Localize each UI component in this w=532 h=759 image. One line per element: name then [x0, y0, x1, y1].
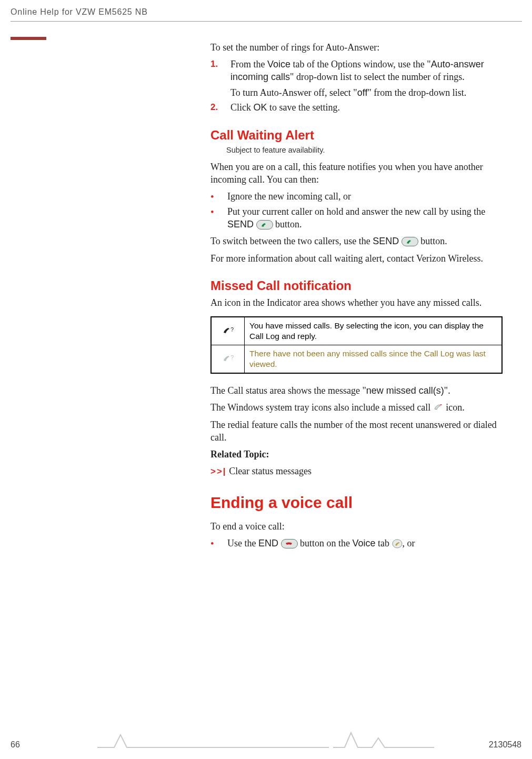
call-waiting-subnote: Subject to feature availability.: [226, 146, 510, 154]
cw-para-2: To switch between the two callers, use t…: [210, 235, 510, 247]
voice-label: Voice: [267, 59, 290, 69]
missed-call-dark-icon: ?: [216, 326, 239, 336]
new-missed-label: new missed call(s): [366, 385, 444, 396]
header-rule: [11, 21, 522, 22]
cw-p2b: button.: [418, 236, 447, 246]
left-accent-bar: [11, 37, 46, 40]
mc-row2-text: There have not been any missed calls sin…: [245, 345, 503, 374]
cw-para-3: For more information about call waiting …: [210, 252, 510, 265]
off-label: off: [357, 87, 368, 98]
missed-call-heading: Missed Call notification: [210, 278, 510, 293]
end-b1a: Use the: [227, 538, 258, 548]
svg-text:?: ?: [230, 354, 234, 361]
send-button-icon: [401, 237, 418, 246]
mc-p2a: The Call status area shows the message ": [210, 385, 366, 396]
table-row: ? There have not been any missed calls s…: [211, 345, 502, 374]
end-para-1: To end a voice call:: [210, 520, 510, 533]
send-label: SEND: [227, 219, 254, 229]
step-2-text-a: Click: [230, 102, 254, 113]
bullet-icon: •: [210, 205, 227, 231]
related-topic-label: Related Topic:: [210, 448, 510, 461]
mc-row1-text: You have missed calls. By selecting the …: [245, 317, 503, 345]
cw-bullet-1-text: Ignore the new incoming call, or: [227, 190, 351, 203]
end-label: END: [258, 538, 278, 548]
mc-para-2: The Call status area shows the message "…: [210, 384, 510, 397]
step-1-indent-b: " from the drop-down list.: [367, 87, 466, 98]
link-text: Clear status messages: [227, 466, 312, 476]
send-button-icon: [256, 220, 273, 229]
page-number: 66: [11, 740, 20, 750]
step-1-text-c: " drop-down list to select the number of…: [290, 72, 465, 82]
footer-wave-art: [97, 728, 434, 754]
header-title: Online Help for VZW EM5625 NB: [11, 7, 148, 17]
voice-tab-icon: [392, 538, 403, 548]
call-waiting-heading: Call Waiting Alert: [210, 128, 510, 143]
step-2-text-b: to save the setting.: [267, 102, 340, 113]
step-1: 1. From the Voice tab of the Options win…: [210, 58, 510, 99]
missed-call-dim-icon: ?: [216, 354, 239, 364]
link-arrow-icon: >>|: [210, 466, 227, 476]
voice-label-2: Voice: [353, 538, 376, 548]
end-b1d: , or: [403, 538, 415, 548]
table-row: ? You have missed calls. By selecting th…: [211, 317, 502, 345]
mc-p2b: ".: [444, 385, 450, 396]
cw-bullet-2a: Put your current caller on hold and answ…: [227, 206, 485, 217]
step-2: 2. Click OK to save the setting.: [210, 101, 510, 114]
ok-label: OK: [254, 102, 267, 113]
ending-call-heading: Ending a voice call: [210, 494, 510, 512]
cw-bullet-2b: button.: [273, 219, 302, 229]
mc-p3a: The Windows system tray icons also inclu…: [210, 402, 433, 413]
step-1-number: 1.: [210, 58, 230, 99]
end-b1b: button on the: [298, 538, 353, 548]
cw-bullet-2: • Put your current caller on hold and an…: [210, 205, 510, 231]
send-label-2: SEND: [373, 236, 399, 246]
svg-text:?: ?: [230, 326, 234, 333]
mc-p3b: icon.: [444, 402, 465, 413]
end-button-icon: [281, 539, 298, 548]
step-1-text-a: From the: [230, 59, 267, 69]
end-b1c: tab: [376, 538, 392, 548]
mc-para-3: The Windows system tray icons also inclu…: [210, 401, 510, 414]
step-1-text-b: tab of the Options window, use the ": [290, 59, 431, 69]
mc-para-4: The redial feature calls the number of t…: [210, 418, 510, 444]
doc-number: 2130548: [489, 740, 521, 750]
end-bullet-1: • Use the END button on the Voice tab , …: [210, 537, 510, 550]
bullet-icon: •: [210, 537, 227, 550]
bullet-icon: •: [210, 190, 227, 203]
related-link[interactable]: >>| Clear status messages: [210, 465, 510, 478]
cw-bullet-1: •Ignore the new incoming call, or: [210, 190, 510, 203]
cw-para-1: When you are on a call, this feature not…: [210, 161, 510, 186]
cw-p2a: To switch between the two callers, use t…: [210, 236, 373, 246]
tray-missed-call-icon: [433, 402, 444, 413]
step-2-number: 2.: [210, 101, 230, 114]
mc-para-1: An icon in the Indicator area shows whet…: [210, 296, 510, 309]
missed-call-icon-table: ? You have missed calls. By selecting th…: [210, 316, 503, 374]
intro-text: To set the number of rings for Auto-Answ…: [210, 41, 510, 54]
main-content: To set the number of rings for Auto-Answ…: [210, 41, 510, 554]
step-1-indent-a: To turn Auto-Answer off, select ": [230, 87, 357, 98]
